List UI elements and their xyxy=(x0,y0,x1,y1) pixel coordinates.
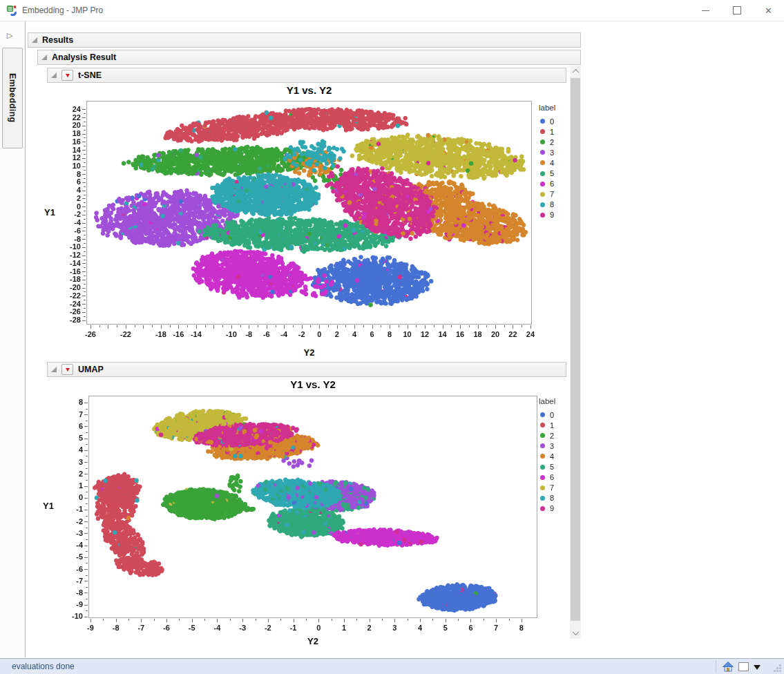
legend-item-label: 7 xyxy=(550,483,554,492)
legend-item-label: 6 xyxy=(550,473,554,481)
x-tick xyxy=(420,619,421,622)
y-minor-tick xyxy=(86,480,88,481)
x-minor-tick xyxy=(432,619,433,621)
resize-grip[interactable] xyxy=(776,667,778,669)
y-tick-label: 3 xyxy=(59,458,83,467)
y-tick-label: -5 xyxy=(59,552,83,561)
vertical-scrollbar[interactable] xyxy=(570,66,581,639)
x-tick-label: -2 xyxy=(256,624,280,633)
umap-x-axis-label: Y2 xyxy=(88,636,537,645)
x-tick-label: -8 xyxy=(104,624,128,633)
x-tick-label: -7 xyxy=(129,624,153,633)
legend-swatch-icon xyxy=(540,423,545,427)
x-tick-label: 6 xyxy=(459,624,482,633)
legend-item-label: 4 xyxy=(550,452,554,461)
y-minor-tick xyxy=(86,551,88,552)
x-minor-tick xyxy=(306,619,307,621)
x-tick-label: -3 xyxy=(231,624,254,633)
legend-item-label: 5 xyxy=(550,463,554,471)
y-tick-label: 0 xyxy=(59,493,83,502)
y-tick xyxy=(84,403,88,403)
legend-item[interactable]: 1 xyxy=(537,420,575,430)
y-tick-label: -10 xyxy=(59,612,83,621)
x-tick xyxy=(268,619,269,622)
y-tick-label: -7 xyxy=(59,577,83,586)
y-minor-tick xyxy=(86,503,88,504)
x-tick xyxy=(496,619,497,622)
x-tick xyxy=(344,619,345,622)
x-tick xyxy=(446,619,446,622)
y-minor-tick xyxy=(86,468,88,469)
y-tick-label: -2 xyxy=(59,517,83,526)
x-tick xyxy=(90,619,91,622)
y-minor-tick xyxy=(86,444,88,445)
x-tick-label: -4 xyxy=(205,624,229,633)
umap-plot-title: Y1 vs. Y2 xyxy=(88,378,537,390)
x-tick-label: 4 xyxy=(408,624,432,633)
umap-scatter-canvas[interactable] xyxy=(88,396,537,618)
umap-x-axis-label-clip: Y2 xyxy=(88,636,537,645)
x-minor-tick xyxy=(382,619,383,621)
x-tick xyxy=(242,619,243,622)
dropdown-icon[interactable] xyxy=(754,665,761,673)
y-tick-label: 6 xyxy=(59,422,83,431)
scroll-up-button[interactable] xyxy=(570,66,581,77)
x-tick-label: -1 xyxy=(282,624,305,633)
legend-item[interactable]: 6 xyxy=(537,472,575,483)
status-message: evaluations done xyxy=(12,659,75,674)
y-tick xyxy=(84,426,88,427)
umap-plot: Y1 vs. Y2 Y1 Y2 label0123456789 -9-8-7-6… xyxy=(0,0,784,674)
legend-item[interactable]: 5 xyxy=(537,461,575,472)
chevron-up-icon xyxy=(572,69,579,76)
y-tick xyxy=(84,439,88,439)
x-tick xyxy=(522,619,522,622)
legend-item[interactable]: 8 xyxy=(537,493,575,503)
y-tick xyxy=(84,474,88,474)
legend-item[interactable]: 9 xyxy=(537,503,575,514)
x-tick-label: 1 xyxy=(332,624,356,633)
legend-swatch-icon xyxy=(540,443,545,448)
y-minor-tick xyxy=(86,610,88,611)
x-minor-tick xyxy=(204,619,205,621)
y-tick-label: -9 xyxy=(59,600,83,609)
y-tick xyxy=(84,557,88,558)
legend-item[interactable]: 7 xyxy=(537,483,575,493)
x-minor-tick xyxy=(458,619,459,621)
y-tick xyxy=(84,498,88,499)
x-minor-tick xyxy=(128,619,129,621)
x-tick-label: -5 xyxy=(180,624,204,633)
legend-item[interactable]: 0 xyxy=(537,410,575,420)
scrollbar-thumb[interactable] xyxy=(571,78,580,621)
x-minor-tick xyxy=(356,619,357,621)
y-minor-tick xyxy=(86,492,88,492)
legend-swatch-icon xyxy=(540,433,545,438)
y-minor-tick xyxy=(86,539,88,540)
x-minor-tick xyxy=(103,619,104,621)
umap-legend: label0123456789 xyxy=(537,397,575,514)
y-minor-tick xyxy=(86,516,88,517)
umap-y-axis-label: Y1 xyxy=(39,501,58,511)
x-tick xyxy=(294,619,294,622)
home-icon[interactable] xyxy=(723,662,734,672)
legend-swatch-icon xyxy=(540,412,545,417)
y-minor-tick xyxy=(86,432,88,433)
y-minor-tick xyxy=(86,587,88,588)
y-tick xyxy=(84,486,88,487)
x-tick-label: 8 xyxy=(510,624,533,633)
y-tick xyxy=(84,450,88,451)
legend-item[interactable]: 4 xyxy=(537,451,575,461)
y-tick-label: 8 xyxy=(59,398,83,407)
legend-item-label: 0 xyxy=(550,411,554,419)
y-tick-label: 7 xyxy=(59,410,83,419)
x-tick xyxy=(470,619,471,622)
legend-item[interactable]: 2 xyxy=(537,430,575,441)
window-preview-icon[interactable] xyxy=(738,662,749,671)
y-tick-label: -8 xyxy=(59,588,83,597)
scroll-down-button[interactable] xyxy=(570,627,581,639)
legend-item[interactable]: 3 xyxy=(537,441,575,451)
y-tick-label: -1 xyxy=(59,505,83,514)
x-tick xyxy=(394,619,395,622)
status-bar: evaluations done xyxy=(0,658,784,674)
legend-item-label: 2 xyxy=(550,432,554,440)
y-minor-tick xyxy=(86,421,88,421)
